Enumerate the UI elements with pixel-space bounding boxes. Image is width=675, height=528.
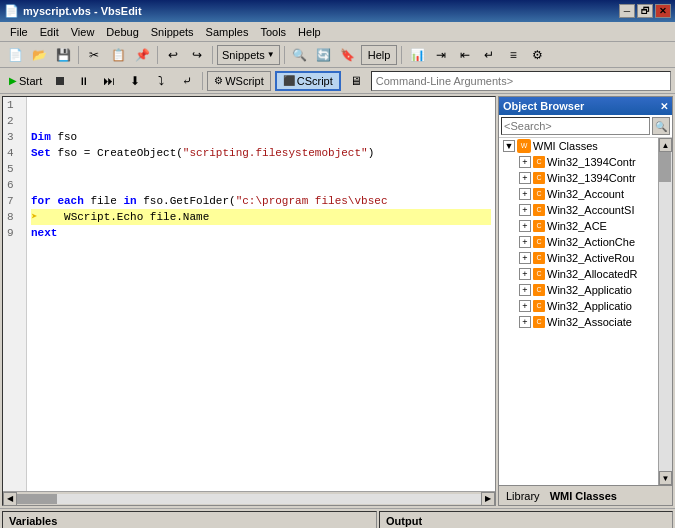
ob-class-icon-4: C <box>533 220 545 232</box>
replace-button[interactable]: 🔄 <box>313 44 335 66</box>
ob-expand-8[interactable]: + <box>519 284 531 296</box>
ob-item-7[interactable]: + C Win32_AllocatedR <box>499 266 658 282</box>
ob-item-8[interactable]: + C Win32_Applicatio <box>499 282 658 298</box>
ob-item-label-2: Win32_Account <box>547 188 624 200</box>
help-button[interactable]: Help <box>361 45 398 65</box>
run-to-button[interactable]: ⤶ <box>176 70 198 92</box>
pause-icon: ⏸ <box>78 75 89 87</box>
start-button[interactable]: ▶ Start <box>4 72 47 90</box>
wrap-button[interactable]: ↵ <box>478 44 500 66</box>
ob-expand-0[interactable]: + <box>519 156 531 168</box>
new-file-button[interactable]: 📄 <box>4 44 26 66</box>
menu-snippets[interactable]: Snippets <box>145 24 200 40</box>
find-button[interactable]: 🔍 <box>289 44 311 66</box>
ob-expand-10[interactable]: + <box>519 316 531 328</box>
wscript-button[interactable]: ⚙ WScript <box>207 71 271 91</box>
scroll-thumb <box>17 494 57 504</box>
ob-class-icon-2: C <box>533 188 545 200</box>
bookmark-button[interactable]: 🔖 <box>337 44 359 66</box>
ob-title: Object Browser <box>503 100 584 112</box>
scroll-left-button[interactable]: ◀ <box>3 492 17 506</box>
outdent-button[interactable]: ⇤ <box>454 44 476 66</box>
ob-footer-wmi[interactable]: WMI Classes <box>547 489 620 503</box>
restore-button[interactable]: 🗗 <box>637 4 653 18</box>
ob-titlebar: Object Browser ✕ <box>499 97 672 115</box>
ob-item-label-1: Win32_1394Contr <box>547 172 636 184</box>
ob-item-6[interactable]: + C Win32_ActiveRou <box>499 250 658 266</box>
ob-class-icon-1: C <box>533 172 545 184</box>
menu-help[interactable]: Help <box>292 24 327 40</box>
ob-expand-6[interactable]: + <box>519 252 531 264</box>
code-line-1 <box>31 97 491 113</box>
wscript-label: WScript <box>225 75 264 87</box>
ob-expand-root[interactable]: ▼ <box>503 140 515 152</box>
ob-item-2[interactable]: + C Win32_Account <box>499 186 658 202</box>
ob-expand-4[interactable]: + <box>519 220 531 232</box>
ob-search-input[interactable] <box>501 117 650 135</box>
ob-vertical-scrollbar[interactable]: ▲ ▼ <box>658 138 672 485</box>
open-button[interactable]: 📂 <box>28 44 50 66</box>
editor-horizontal-scrollbar[interactable]: ◀ ▶ <box>3 491 495 505</box>
stop-button[interactable] <box>51 74 69 88</box>
indent-button[interactable]: ⇥ <box>430 44 452 66</box>
ob-root-label: WMI Classes <box>533 140 598 152</box>
minimize-button[interactable]: ─ <box>619 4 635 18</box>
step-into-button[interactable]: ⬇ <box>124 70 146 92</box>
ob-expand-5[interactable]: + <box>519 236 531 248</box>
ob-root-item[interactable]: ▼ W WMI Classes <box>499 138 658 154</box>
copy-button[interactable]: 📋 <box>107 44 129 66</box>
ob-item-4[interactable]: + C Win32_ACE <box>499 218 658 234</box>
toolbar-separator-3 <box>212 46 213 64</box>
snippets-button[interactable]: Snippets ▼ <box>217 45 280 65</box>
ob-root-icon: W <box>517 139 531 153</box>
ob-expand-3[interactable]: + <box>519 204 531 216</box>
ob-scroll-up[interactable]: ▲ <box>659 138 672 152</box>
ob-item-10[interactable]: + C Win32_Associate <box>499 314 658 330</box>
menu-view[interactable]: View <box>65 24 101 40</box>
editor-area[interactable]: 1 2 3 4 5 6 7 8 9 Dim fso Set fso = Crea… <box>3 97 495 491</box>
play-icon: ▶ <box>9 75 17 86</box>
code-line-3: Dim fso <box>31 129 491 145</box>
ob-close-button[interactable]: ✕ <box>660 101 668 112</box>
pause-button[interactable]: ⏸ <box>73 72 94 90</box>
menu-tools[interactable]: Tools <box>254 24 292 40</box>
ob-item-9[interactable]: + C Win32_Applicatio <box>499 298 658 314</box>
ob-expand-1[interactable]: + <box>519 172 531 184</box>
ob-item-label-3: Win32_AccountSI <box>547 204 634 216</box>
ob-search-button[interactable]: 🔍 <box>652 117 670 135</box>
options-button[interactable]: ⚙ <box>526 44 548 66</box>
cscript-label: CScript <box>297 75 333 87</box>
ob-item-3[interactable]: + C Win32_AccountSI <box>499 202 658 218</box>
ob-class-icon-3: C <box>533 204 545 216</box>
step-over-button[interactable]: ⤵ <box>150 70 172 92</box>
ob-expand-9[interactable]: + <box>519 300 531 312</box>
cscript-button[interactable]: ⬛ CScript <box>275 71 341 91</box>
code-content[interactable]: Dim fso Set fso = CreateObject("scriptin… <box>27 97 495 491</box>
output-panel: Output Microsoft (R) Windows Script Host… <box>379 511 673 528</box>
step-button[interactable]: ⏭ <box>98 70 120 92</box>
console-button[interactable]: 🖥 <box>345 70 367 92</box>
obj-browser-button[interactable]: 📊 <box>406 44 428 66</box>
menu-file[interactable]: File <box>4 24 34 40</box>
ob-item-1[interactable]: + C Win32_1394Contr <box>499 170 658 186</box>
ob-item-5[interactable]: + C Win32_ActionChe <box>499 234 658 250</box>
ob-expand-2[interactable]: + <box>519 188 531 200</box>
save-button[interactable]: 💾 <box>52 44 74 66</box>
cmd-arguments-input[interactable] <box>371 71 671 91</box>
menu-samples[interactable]: Samples <box>200 24 255 40</box>
toolbar-separator-5 <box>401 46 402 64</box>
ob-item-0[interactable]: + C Win32_1394Contr <box>499 154 658 170</box>
undo-button[interactable]: ↩ <box>162 44 184 66</box>
menu-edit[interactable]: Edit <box>34 24 65 40</box>
close-button[interactable]: ✕ <box>655 4 671 18</box>
menu-debug[interactable]: Debug <box>100 24 144 40</box>
ob-scroll-down[interactable]: ▼ <box>659 471 672 485</box>
redo-button[interactable]: ↪ <box>186 44 208 66</box>
ob-expand-7[interactable]: + <box>519 268 531 280</box>
paste-button[interactable]: 📌 <box>131 44 153 66</box>
snippets-arrow-icon: ▼ <box>267 50 275 59</box>
cut-button[interactable]: ✂ <box>83 44 105 66</box>
scroll-right-button[interactable]: ▶ <box>481 492 495 506</box>
ob-footer-library[interactable]: Library <box>503 489 543 503</box>
align-button[interactable]: ≡ <box>502 44 524 66</box>
